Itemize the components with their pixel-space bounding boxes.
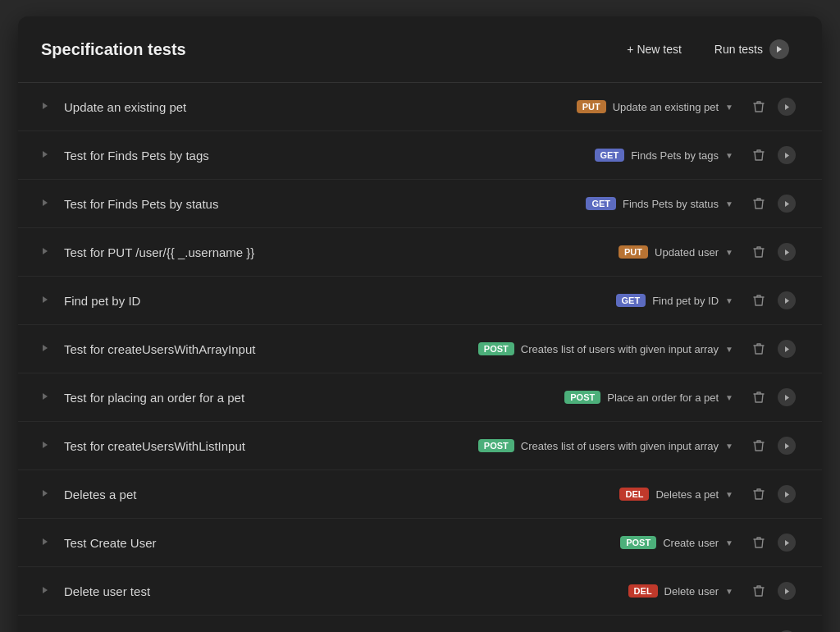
delete-test-button[interactable] <box>750 387 768 407</box>
endpoint-dropdown-arrow[interactable]: ▼ <box>725 199 733 208</box>
endpoint-label: Find pet by ID <box>652 295 719 307</box>
test-list: Update an existing pet PUT Update an exi… <box>18 83 822 632</box>
method-endpoint: POST Create user ▼ <box>620 536 733 549</box>
chevron-right-icon[interactable] <box>41 246 54 259</box>
run-test-button[interactable] <box>774 627 799 632</box>
delete-test-button[interactable] <box>750 581 768 601</box>
test-row: Test for createUsersWithArrayInput POST … <box>18 325 822 373</box>
header-actions: + New test Run tests <box>617 34 799 64</box>
method-badge: PUT <box>619 245 648 259</box>
chevron-right-icon[interactable] <box>41 295 54 307</box>
endpoint-dropdown-arrow[interactable]: ▼ <box>725 393 733 402</box>
chevron-right-icon[interactable] <box>41 343 54 355</box>
endpoint-dropdown-arrow[interactable]: ▼ <box>725 248 733 257</box>
row-actions <box>750 385 799 410</box>
test-name: Test for createUsersWithListInput <box>64 439 468 453</box>
endpoint-label: Finds Pets by status <box>623 198 719 210</box>
chevron-right-icon[interactable] <box>41 392 54 404</box>
run-test-button[interactable] <box>774 240 799 264</box>
chevron-right-icon[interactable] <box>41 488 54 501</box>
method-endpoint: GET Finds Pets by tags ▼ <box>595 149 733 162</box>
endpoint-dropdown-arrow[interactable]: ▼ <box>725 151 733 160</box>
chevron-right-icon[interactable] <box>41 101 54 113</box>
run-test-button[interactable] <box>774 337 799 361</box>
run-test-play-icon <box>778 243 796 261</box>
run-tests-button[interactable]: Run tests <box>705 34 799 64</box>
method-endpoint: DEL Delete user ▼ <box>628 584 733 598</box>
chevron-right-icon[interactable] <box>41 440 54 452</box>
test-row: Test Create User POST Create user ▼ <box>18 519 822 567</box>
delete-test-button[interactable] <box>750 533 768 552</box>
test-row: Test for createUsersWithListInput POST C… <box>18 422 822 470</box>
test-row: Update an existing pet PUT Update an exi… <box>18 83 822 131</box>
run-test-button[interactable] <box>774 482 799 506</box>
run-test-button[interactable] <box>774 530 799 555</box>
run-test-button[interactable] <box>774 94 799 119</box>
run-test-play-icon <box>778 437 796 455</box>
test-name: Test for Finds Pets by tags <box>64 149 585 163</box>
run-test-play-icon <box>778 146 796 164</box>
run-test-button[interactable] <box>774 433 799 458</box>
method-endpoint: POST Creates list of users with given in… <box>478 439 733 452</box>
endpoint-label: Deletes a pet <box>655 488 719 501</box>
test-row: Delete user test DEL Delete user ▼ <box>18 567 822 616</box>
test-name: Deletes a pet <box>64 488 609 501</box>
endpoint-dropdown-arrow[interactable]: ▼ <box>725 587 733 596</box>
panel-header: Specification tests + New test Run tests <box>18 16 822 83</box>
endpoint-dropdown-arrow[interactable]: ▼ <box>725 538 733 547</box>
method-badge: POST <box>478 439 514 452</box>
chevron-right-icon[interactable] <box>41 537 54 549</box>
delete-test-button[interactable] <box>750 339 768 359</box>
delete-test-button[interactable] <box>750 484 768 504</box>
run-test-play-icon <box>778 534 796 552</box>
delete-test-button[interactable] <box>750 145 768 165</box>
test-name: Test for PUT /user/{{ _.username }} <box>64 245 609 259</box>
chevron-right-icon[interactable] <box>41 149 54 162</box>
endpoint-label: Creates list of users with given input a… <box>521 343 719 355</box>
delete-test-button[interactable] <box>750 242 768 262</box>
row-actions <box>750 191 799 216</box>
row-actions <box>750 433 799 458</box>
method-endpoint: DEL Deletes a pet ▼ <box>619 488 733 501</box>
run-test-button[interactable] <box>774 288 799 313</box>
delete-test-button[interactable] <box>750 291 768 310</box>
method-endpoint: POST Creates list of users with given in… <box>478 342 733 355</box>
test-name: Delete user test <box>64 584 619 598</box>
run-test-button[interactable] <box>774 191 799 216</box>
endpoint-dropdown-arrow[interactable]: ▼ <box>725 103 733 112</box>
method-badge: POST <box>564 391 600 404</box>
delete-test-button[interactable] <box>750 97 768 117</box>
method-endpoint: GET Find pet by ID ▼ <box>616 294 733 307</box>
test-row: Test for Finds Pets by tags GET Finds Pe… <box>18 131 822 180</box>
new-test-button[interactable]: + New test <box>617 38 692 61</box>
endpoint-dropdown-arrow[interactable]: ▼ <box>725 296 733 305</box>
method-badge: DEL <box>628 584 658 598</box>
endpoint-label: Update an existing pet <box>613 101 719 113</box>
endpoint-label: Place an order for a pet <box>607 392 719 404</box>
endpoint-label: Finds Pets by tags <box>631 149 719 162</box>
run-test-play-icon <box>778 485 796 503</box>
chevron-right-icon[interactable] <box>41 198 54 210</box>
endpoint-dropdown-arrow[interactable]: ▼ <box>725 490 733 499</box>
row-actions <box>750 482 799 506</box>
run-test-button[interactable] <box>774 143 799 167</box>
endpoint-dropdown-arrow[interactable]: ▼ <box>725 442 733 451</box>
method-badge: POST <box>478 342 514 355</box>
row-actions <box>750 627 799 632</box>
test-row: Test for placing an order for a pet POST… <box>18 373 822 422</box>
specification-tests-panel: Specification tests + New test Run tests… <box>18 16 822 632</box>
test-row: Test for PUT /user/{{ _.username }} PUT … <box>18 228 822 277</box>
endpoint-dropdown-arrow[interactable]: ▼ <box>725 345 733 354</box>
method-badge: GET <box>616 294 646 307</box>
delete-test-button[interactable] <box>750 194 768 213</box>
chevron-right-icon[interactable] <box>41 585 54 598</box>
test-name: Test for placing an order for a pet <box>64 391 555 405</box>
row-actions <box>750 579 799 603</box>
panel-title: Specification tests <box>41 40 186 59</box>
run-test-button[interactable] <box>774 579 799 603</box>
run-test-play-icon <box>778 195 796 213</box>
endpoint-label: Create user <box>663 537 719 549</box>
delete-test-button[interactable] <box>750 436 768 456</box>
run-test-button[interactable] <box>774 385 799 410</box>
row-actions <box>750 143 799 167</box>
